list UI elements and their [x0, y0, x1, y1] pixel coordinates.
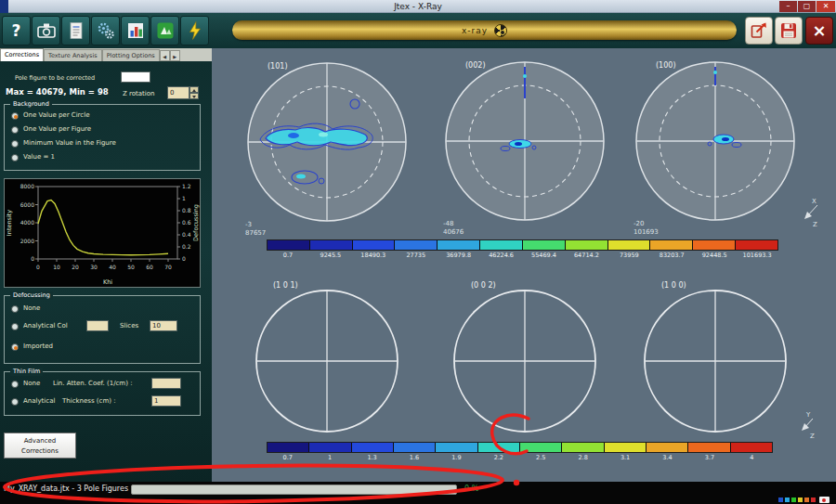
radio-thin-film-none[interactable] [11, 381, 19, 388]
scale-tick-label: 3.1 [604, 454, 646, 461]
radio-one-value-per-figure[interactable] [11, 126, 19, 134]
xtick: 30 [90, 264, 98, 270]
stepper-down-icon[interactable] [189, 93, 199, 99]
scale-segment [268, 240, 310, 250]
tab-scroll-left-button[interactable]: ◀ [160, 50, 170, 61]
scale-tick-label: 3.7 [688, 454, 730, 461]
axis-z-label: Z [810, 433, 815, 440]
radio-defocussing-imported[interactable] [11, 343, 19, 351]
stepper-up-icon[interactable] [189, 86, 199, 93]
scale-segment [520, 443, 562, 452]
export-button[interactable] [745, 17, 773, 45]
mini-icon [798, 498, 803, 502]
ytick-left: 4000 [20, 219, 34, 226]
bar-chart-icon [125, 20, 146, 41]
analytical-col-input[interactable] [86, 320, 109, 331]
tab-plotting-options[interactable]: Plotting Options [102, 49, 160, 61]
exit-button[interactable]: × [805, 17, 833, 45]
xtick: 70 [164, 264, 172, 270]
z-rotation-input[interactable] [167, 86, 189, 99]
ylabel-right: Defocussing [192, 204, 200, 241]
tab-scroll-right-button[interactable]: ▶ [170, 50, 180, 61]
mini-icon [791, 498, 796, 502]
minimize-button[interactable]: – [779, 1, 797, 12]
pole-figure-label: (1 0 0) [661, 281, 686, 290]
chart-button[interactable] [121, 16, 150, 45]
radiation-icon [494, 24, 507, 37]
radio-label[interactable]: Imported [23, 342, 53, 350]
z-rotation-stepper[interactable] [167, 86, 199, 99]
left-tab-bar: Corrections Texture Analysis Plotting Op… [0, 48, 212, 61]
tab-corrections[interactable]: Corrections [0, 48, 44, 61]
save-button[interactable] [775, 17, 803, 45]
thickness-input[interactable] [151, 395, 181, 407]
pole-figure-tool-button[interactable] [150, 16, 179, 45]
maximize-button[interactable]: ▢ [798, 1, 816, 12]
radio-one-value-per-circle[interactable] [11, 112, 19, 120]
color-scale-top: 0.79245.518490.32773536979.846224.655469… [267, 239, 778, 259]
ytick-right: 0.8 [182, 207, 191, 213]
snapshot-button[interactable] [32, 16, 60, 45]
pole-figure-recalc-002: (0 0 2) [454, 281, 595, 432]
thickness-label: Thickness (cm) : [62, 397, 116, 405]
lightning-icon [185, 20, 205, 41]
scale-tick-label: 92448.5 [693, 252, 736, 259]
run-button[interactable] [180, 16, 209, 45]
ytick-right: 0 [182, 255, 186, 262]
radio-label[interactable]: Minimum Value in the Figure [23, 139, 116, 147]
mini-icon [778, 498, 783, 502]
radio-thin-film-analytical[interactable] [11, 398, 19, 406]
radio-label[interactable]: One Value per Figure [23, 125, 91, 133]
xtick: 0 [36, 264, 40, 270]
help-button[interactable]: ? [2, 16, 31, 45]
radio-defocussing-none[interactable] [11, 305, 19, 313]
settings-button[interactable] [91, 16, 120, 45]
pole-figure-max: 40676 [443, 228, 464, 236]
mini-icon [785, 498, 790, 502]
background-group: Background One Value per Circle One Valu… [4, 104, 201, 171]
save-icon [779, 21, 798, 40]
pole-figure-input[interactable] [121, 71, 150, 83]
ytick-left: 8000 [20, 183, 34, 189]
max-min-readout: Max = 40679, Min = 98 [6, 87, 109, 97]
scale-segment [693, 240, 736, 250]
scale-segment [394, 443, 436, 452]
pole-figure-101: (101) -3 87657 [245, 62, 406, 237]
tab-texture-analysis[interactable]: Texture Analysis [44, 49, 102, 61]
scale-tick-label: 9245.5 [309, 252, 352, 259]
correction-chart-plot: 0200040006000800000.20.40.60.811.2010203… [5, 179, 200, 291]
window-close-button[interactable]: ✕ [816, 1, 835, 12]
advanced-corrections-button[interactable]: Advanced Corrections [4, 433, 76, 459]
xtick: 40 [109, 264, 116, 270]
scale-segment [605, 443, 647, 452]
title-bar: Jtex - X-Ray – ▢ ✕ [0, 0, 836, 13]
pole-figure-min: -48 [443, 220, 453, 227]
radio-label[interactable]: None [23, 380, 40, 387]
scale-segment [566, 240, 608, 250]
pole-figure-label: (100) [656, 61, 676, 70]
axis-x-label: X [812, 198, 816, 205]
radio-label[interactable]: One Value per Circle [23, 111, 89, 119]
progress-bar [131, 485, 457, 495]
radio-value-1[interactable] [11, 154, 19, 162]
export-icon [750, 21, 768, 40]
slices-input[interactable] [150, 320, 177, 331]
background-group-title: Background [10, 100, 52, 109]
report-button[interactable] [61, 16, 90, 45]
scale-segment [562, 443, 604, 452]
radio-defocussing-analytical[interactable] [11, 323, 19, 330]
progress-percent: 0 % [464, 485, 478, 493]
scale-segment [647, 443, 688, 452]
color-scale-bottom-segments [267, 442, 773, 453]
ytick-right: 0.6 [182, 219, 191, 226]
radio-label[interactable]: Analytical [23, 397, 55, 405]
pole-figure-max: 87657 [245, 229, 266, 237]
scale-tick-label: 1.9 [436, 454, 477, 461]
scale-segment [395, 240, 438, 250]
radio-minimum-value[interactable] [11, 140, 19, 148]
lin-atten-input[interactable] [151, 378, 181, 389]
thin-film-group: Thin Film None Lin. Atten. Coef. (1/cm) … [4, 371, 201, 416]
radio-label[interactable]: Analytical Col [23, 322, 68, 330]
radio-label[interactable]: Value = 1 [23, 153, 55, 161]
radio-label[interactable]: None [23, 304, 40, 312]
